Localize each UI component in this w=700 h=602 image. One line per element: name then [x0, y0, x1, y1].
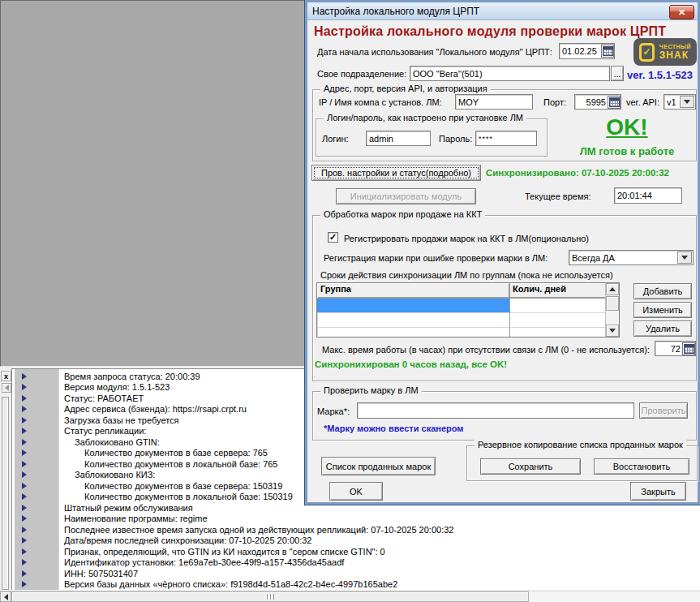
log-line-text: Количество документов в локальной базе: …	[84, 492, 293, 501]
max-hours-input[interactable]: 72	[655, 341, 696, 356]
log-marker	[12, 581, 53, 587]
log-marker	[12, 570, 53, 577]
api-dropdown-button[interactable]	[680, 96, 694, 108]
chevron-down-icon	[681, 256, 688, 260]
start-date-label: Дата начала использования "Локального мо…	[317, 47, 552, 57]
edit-button[interactable]: Изменить	[633, 302, 692, 318]
log-line-text: Идентификатор установки: 1e69a7eb-30ee-4…	[64, 557, 344, 567]
triangle-right-icon	[22, 449, 27, 456]
log-line-text: Заблокиовано КИЗ:	[75, 470, 155, 479]
auth-group-title: Логин/пароль, как настроено при установк…	[324, 113, 526, 123]
port-picker-button[interactable]	[608, 96, 621, 109]
init-module-button[interactable]: Инициализировать модуль	[336, 188, 476, 204]
api-combobox[interactable]: v1	[663, 94, 696, 110]
api-label: ver. API:	[626, 97, 659, 107]
synced-label: Синхронизировано: 07-10-2025 20:00:32	[486, 168, 669, 178]
save-button[interactable]: Сохранить	[480, 458, 581, 475]
column-header-group[interactable]: Группа	[317, 283, 509, 298]
triangle-right-icon	[22, 581, 27, 587]
log-vertical-scrollbar[interactable]	[2, 397, 9, 590]
table-scroll-thumb[interactable]	[606, 296, 619, 311]
ip-label: IP / Имя компа с установ. ЛМ:	[319, 97, 442, 107]
browse-label: ...	[613, 69, 621, 79]
dialog-close-button[interactable]: ✕	[669, 5, 694, 19]
scanner-hint: *Марку можно ввести сканером	[324, 424, 464, 433]
login-input[interactable]: admin	[366, 131, 431, 146]
mark-input[interactable]	[357, 402, 634, 419]
log-marker	[12, 439, 53, 445]
port-input[interactable]: 5995	[574, 94, 621, 110]
log-marker	[12, 559, 53, 565]
backup-group-title: Резервное копирование списка проданных м…	[475, 440, 686, 449]
error-mode-label: Регистрация марки при ошибке проверки ма…	[324, 253, 548, 263]
password-value: ****	[479, 135, 534, 143]
log-line: Идентификатор установки: 1e69a7eb-30ee-4…	[12, 557, 700, 569]
arrow-up-icon	[609, 287, 616, 291]
log-marker	[12, 461, 53, 467]
keypad-icon	[609, 97, 620, 107]
error-mode-combobox[interactable]: Всегда ДА	[569, 250, 694, 265]
check-settings-button[interactable]: Пров. настройки и статус(подробно)	[311, 165, 481, 181]
triangle-right-icon	[22, 406, 27, 412]
selected-cell[interactable]	[317, 299, 509, 312]
dialog-titlebar: Настройка локального модуля ЦРПТ	[307, 2, 698, 20]
current-time-box[interactable]: 20:01:44	[614, 187, 682, 204]
triangle-right-icon	[22, 461, 27, 467]
ip-value: MOY	[458, 97, 530, 107]
current-time-label: Текущее время:	[525, 191, 591, 201]
max-hours-picker-button[interactable]	[682, 342, 695, 355]
table-row[interactable]	[317, 313, 619, 328]
sync-status-label: Синхронихирован 0 часов назад, все OK!	[315, 359, 507, 369]
triangle-right-icon	[22, 373, 27, 380]
add-label: Добавить	[643, 286, 683, 296]
log-line-text: Время запроса статуса: 20:00:39	[64, 372, 200, 381]
ip-input[interactable]: MOY	[455, 94, 533, 110]
start-date-input[interactable]: 01.02.25	[559, 43, 615, 59]
check-mark-group-title: Проверить марку в ЛМ	[320, 385, 422, 395]
table-scroll-up-button[interactable]	[606, 283, 619, 295]
password-input[interactable]: ****	[475, 131, 537, 146]
log-horizontal-scrollbar[interactable]	[0, 591, 700, 602]
dialog-title: Настройка локального модуля ЦРПТ	[312, 6, 479, 17]
triangle-right-icon	[22, 505, 27, 511]
register-sales-checkbox[interactable]: ✓	[328, 232, 338, 243]
table-row[interactable]	[317, 328, 619, 342]
delete-button[interactable]: Удалить	[633, 320, 692, 337]
table-scroll-down-button[interactable]	[606, 325, 619, 337]
delete-label: Удалить	[646, 324, 680, 333]
error-mode-dropdown-button[interactable]	[677, 252, 692, 264]
add-button[interactable]: Добавить	[633, 283, 692, 299]
checkmark-icon: ✓	[329, 233, 337, 242]
division-browse-button[interactable]: ...	[611, 66, 624, 81]
log-line: Последнее известное время запуска одной …	[12, 524, 700, 535]
log-line-text: Количество документов в базе сервера: 76…	[84, 448, 268, 458]
hscroll-thumb[interactable]	[11, 591, 529, 602]
log-close-button[interactable]: x	[1, 371, 11, 381]
sync-groups-table[interactable]: Группа Колич. дней	[316, 282, 620, 338]
calendar-button[interactable]	[601, 45, 614, 58]
sold-list-button[interactable]: Список проданных марок	[321, 457, 436, 475]
table-scrollbar[interactable]	[605, 283, 619, 337]
log-collapse-button[interactable]	[2, 383, 11, 393]
log-marker	[12, 406, 53, 412]
ok-button[interactable]: OK	[329, 482, 383, 501]
ok-label: OK	[350, 487, 363, 497]
max-hours-label: Макс. время работы (в часах) при отсутст…	[322, 345, 650, 355]
table-row[interactable]	[317, 299, 619, 313]
close-button[interactable]: Закрыть	[630, 482, 686, 501]
triangle-right-icon	[22, 515, 27, 522]
column-header-days[interactable]: Колич. дней	[509, 283, 606, 298]
port-value: 5995	[578, 97, 608, 107]
division-input[interactable]: ООО "Вега"(501)	[410, 66, 610, 81]
restore-button[interactable]: Восстановить	[594, 458, 689, 475]
login-label: Логин:	[322, 134, 349, 144]
triangle-right-icon	[22, 483, 27, 489]
triangle-right-icon	[22, 537, 27, 544]
triangle-right-icon	[22, 570, 27, 577]
check-mark-button[interactable]: Проверить	[639, 402, 688, 419]
triangle-right-icon	[22, 384, 27, 390]
calendar-icon	[603, 46, 613, 56]
hscroll-left-button[interactable]	[0, 591, 11, 602]
log-marker	[12, 493, 53, 500]
triangle-right-icon	[22, 548, 27, 555]
